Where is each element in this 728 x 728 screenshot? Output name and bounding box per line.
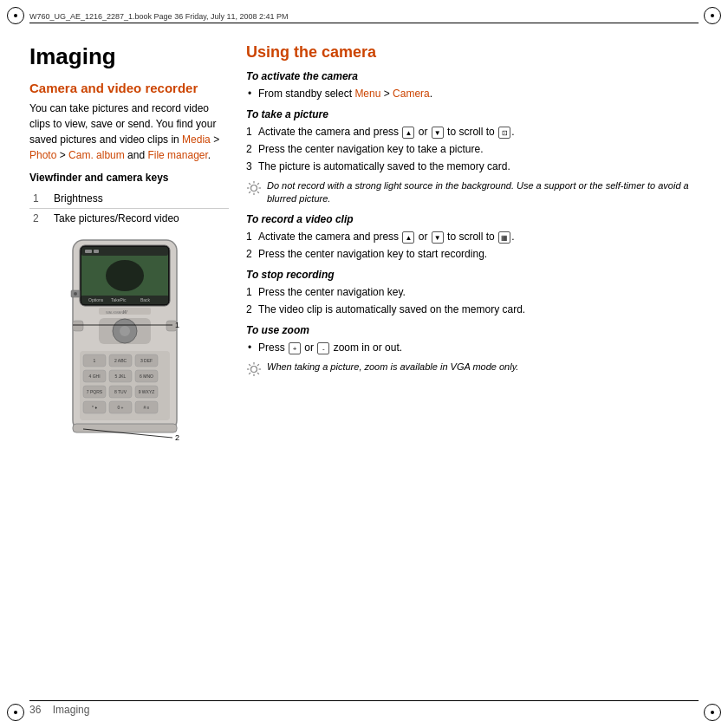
header-text: W760_UG_AE_1216_2287_1.book Page 36 Frid… bbox=[29, 12, 289, 21]
svg-line-68 bbox=[249, 373, 250, 374]
svg-text:1: 1 bbox=[175, 321, 179, 329]
svg-line-58 bbox=[257, 183, 259, 185]
list-item: 2 The video clip is automatically saved … bbox=[246, 302, 699, 317]
phone-container: Options TakePic Back W WALKMAN bbox=[29, 238, 229, 510]
svg-text:* ♦: * ♦ bbox=[92, 405, 97, 410]
svg-text:2 ABC: 2 ABC bbox=[114, 358, 127, 363]
svg-text:Back: Back bbox=[140, 297, 151, 302]
body-text-2: and bbox=[125, 149, 148, 161]
sep1: > bbox=[211, 133, 219, 146]
svg-rect-44 bbox=[73, 424, 177, 432]
list-item: 2 Press the center navigation key to sta… bbox=[246, 246, 699, 262]
svg-line-56 bbox=[249, 183, 250, 185]
header-bar: W760_UG_AE_1216_2287_1.book Page 36 Frid… bbox=[29, 12, 699, 23]
footer-page-number: 36 bbox=[29, 704, 41, 716]
down-icon2: ▼ bbox=[432, 231, 444, 244]
note-text-1: Do not record with a strong light source… bbox=[267, 179, 699, 206]
svg-text:W: W bbox=[122, 309, 127, 315]
footer-section: Imaging bbox=[53, 704, 90, 716]
list-item: 3 The picture is automatically saved to … bbox=[246, 159, 699, 174]
sun-icon bbox=[246, 180, 262, 196]
table-cell-label: Brightness bbox=[50, 189, 229, 209]
svg-line-57 bbox=[257, 192, 259, 193]
record-video-title: To record a video clip bbox=[246, 213, 699, 225]
svg-line-66 bbox=[257, 373, 259, 374]
svg-text:5 JKL: 5 JKL bbox=[115, 374, 127, 379]
svg-text:3 DEF: 3 DEF bbox=[140, 358, 153, 363]
photo-link[interactable]: Photo bbox=[29, 149, 56, 161]
cam-link[interactable]: Cam. album bbox=[68, 149, 125, 161]
table-cell-num: 1 bbox=[29, 189, 50, 209]
svg-rect-6 bbox=[94, 250, 99, 253]
svg-text:WALKMAN: WALKMAN bbox=[106, 310, 123, 315]
file-link[interactable]: File manager bbox=[147, 149, 207, 161]
table-row: 2 Take pictures/Record video bbox=[29, 209, 229, 229]
svg-text:7 PQRS: 7 PQRS bbox=[87, 389, 103, 394]
note-text-2: When taking a picture, zoom is available… bbox=[267, 361, 518, 374]
up-icon2: ▲ bbox=[402, 231, 414, 244]
viewfinder-table: 1 Brightness 2 Take pictures/Record vide… bbox=[29, 189, 229, 228]
svg-line-65 bbox=[249, 364, 250, 366]
svg-text:Options: Options bbox=[88, 297, 104, 302]
table-cell-num: 2 bbox=[29, 209, 50, 229]
reg-mark-bl bbox=[7, 704, 24, 721]
sun-icon-2 bbox=[246, 361, 262, 377]
vol-down-icon: - bbox=[317, 342, 329, 354]
vol-up-icon: + bbox=[289, 342, 301, 354]
media-link[interactable]: Media bbox=[182, 133, 211, 146]
stop-recording-title: To stop recording bbox=[246, 269, 699, 281]
activate-bullet: From standby select Menu > Camera. bbox=[246, 86, 699, 101]
svg-rect-5 bbox=[85, 250, 92, 253]
video-mode-icon: ▦ bbox=[498, 231, 510, 244]
reg-mark-tl bbox=[7, 7, 24, 24]
svg-line-59 bbox=[249, 192, 250, 193]
camera-link[interactable]: Camera bbox=[393, 88, 430, 100]
main-content: Imaging Camera and video recorder You ca… bbox=[29, 35, 699, 693]
svg-point-16 bbox=[120, 326, 130, 336]
svg-point-51 bbox=[251, 185, 257, 192]
svg-text:# ≡: # ≡ bbox=[143, 405, 149, 410]
svg-text:2: 2 bbox=[175, 433, 179, 442]
reg-mark-tr bbox=[704, 7, 721, 24]
list-item: 1 Activate the camera and press ▲ or ▼ t… bbox=[246, 229, 699, 244]
section-heading: Camera and video recorder bbox=[29, 81, 229, 95]
svg-text:1: 1 bbox=[94, 358, 96, 363]
menu-link[interactable]: Menu bbox=[354, 88, 380, 100]
svg-point-60 bbox=[251, 366, 257, 372]
footer-bar: 36 Imaging bbox=[29, 700, 699, 716]
list-item: 2 Press the center navigation key to tak… bbox=[246, 141, 699, 157]
up-icon: ▲ bbox=[402, 127, 414, 139]
right-column: Using the camera To activate the camera … bbox=[246, 35, 699, 693]
take-picture-title: To take a picture bbox=[246, 108, 699, 120]
sep2: > bbox=[56, 149, 68, 161]
activate-title: To activate the camera bbox=[246, 70, 699, 82]
svg-text:9 WXYZ: 9 WXYZ bbox=[139, 389, 155, 394]
svg-text:TakePic: TakePic bbox=[111, 297, 127, 302]
svg-point-3 bbox=[106, 260, 144, 291]
reg-mark-br bbox=[704, 704, 721, 721]
svg-text:0 +: 0 + bbox=[117, 405, 123, 410]
table-row: 1 Brightness bbox=[29, 189, 229, 209]
page-title: Imaging bbox=[29, 43, 229, 70]
phone-svg: Options TakePic Back W WALKMAN bbox=[47, 238, 211, 510]
body-text-3: . bbox=[208, 149, 211, 161]
left-column: Imaging Camera and video recorder You ca… bbox=[29, 35, 229, 693]
svg-text:8 TUV: 8 TUV bbox=[114, 389, 127, 394]
svg-text:4 GHI: 4 GHI bbox=[88, 374, 100, 379]
down-icon: ▼ bbox=[432, 127, 444, 139]
subsection-title: Viewfinder and camera keys bbox=[29, 172, 229, 184]
note-box-1: Do not record with a strong light source… bbox=[246, 179, 699, 206]
table-cell-label: Take pictures/Record video bbox=[50, 209, 229, 229]
body-text-intro: You can take pictures and record video c… bbox=[29, 101, 229, 163]
svg-rect-17 bbox=[73, 321, 83, 331]
list-item: 1 Activate the camera and press ▲ or ▼ t… bbox=[246, 124, 699, 140]
svg-line-67 bbox=[257, 364, 259, 366]
note-box-2: When taking a picture, zoom is available… bbox=[246, 361, 699, 377]
camera-mode-icon: ⊡ bbox=[498, 127, 510, 139]
zoom-title: To use zoom bbox=[246, 324, 699, 336]
svg-text:6 MNO: 6 MNO bbox=[140, 374, 153, 379]
list-item: 1 Press the center navigation key. bbox=[246, 284, 699, 300]
svg-point-50 bbox=[74, 292, 77, 296]
zoom-bullet: Press + or - zoom in or out. bbox=[246, 340, 699, 355]
right-heading: Using the camera bbox=[246, 43, 699, 62]
